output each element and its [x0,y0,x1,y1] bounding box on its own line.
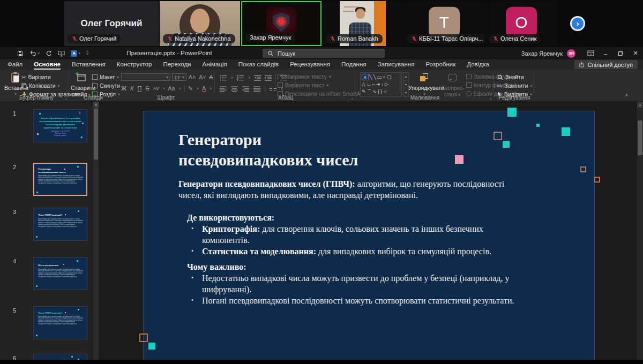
tab-file[interactable]: Файл [8,59,23,70]
tab-design[interactable]: Конструктор [117,59,152,70]
highlight-color-button[interactable]: ✎ [188,85,193,92]
font-size-combo[interactable]: 12˅ [172,73,186,81]
customize-qat-button[interactable]: ˅ [86,51,88,56]
tab-recording[interactable]: Записування [378,59,415,70]
minimize-button[interactable]: – [598,47,613,59]
scroll-up-icon: ▲ [637,102,643,108]
decor-square-teal [148,343,155,350]
slide-editing-surface[interactable]: Генератори псевдовипадкових чисел Генера… [143,111,595,360]
ribbon-display-options-button[interactable] [583,47,598,59]
find-button[interactable]: Знайти [497,73,524,81]
strikethrough-button[interactable]: S [145,85,149,92]
tab-view[interactable]: Подання [341,59,366,70]
tab-transitions[interactable]: Переходи [163,59,191,70]
arrange-button[interactable]: Упорядкувати ˅ [408,72,440,97]
align-center-button[interactable] [231,86,238,92]
font-color-button[interactable]: А [202,85,206,92]
participant-tile-roman[interactable]: Roman Banakh [323,1,403,46]
participant-name-text: Олег Горячий [79,35,116,42]
thumbnail-slide-1[interactable]: Аналіз ефективності генераторів псевдови… [33,109,87,142]
scroll-thumb[interactable] [94,109,98,160]
ribbon-tab-bar: Файл Основне Вставлення Конструктор Пере… [0,59,643,70]
tab-home-selected[interactable]: Основне [34,59,61,70]
participant-tile-kbbi-taras[interactable]: T КББІ-11 Тарас Оліярч... [404,1,484,46]
thumbnail-slide-2-selected[interactable]: Генераторипсевдовипадкових чисел Криптог… [33,163,87,196]
canvas-scroll-bar[interactable]: ▲ [637,102,643,360]
scroll-thumb[interactable] [638,120,642,155]
drawing-dialog-launcher[interactable]: ⌟ [489,95,491,100]
font-name-combo[interactable]: ˅ [121,73,170,81]
tab-help[interactable]: Довідка [467,59,489,70]
tab-animations[interactable]: Анімація [203,59,227,70]
next-participants-page-button[interactable]: › [570,16,585,31]
titlebar-right-controls: Захар Яремчук ЗЯ – ✕ [521,47,643,59]
tab-review[interactable]: Рецензування [290,59,330,70]
paragraph-dialog-launcher[interactable]: ⌟ [351,95,353,100]
numbering-button[interactable] [237,75,244,81]
cut-button[interactable]: ✂Вирізати [21,73,51,81]
reset-icon [92,83,98,88]
text-direction-button[interactable]: Напрямок тексту˅ [278,73,331,80]
redo-button[interactable] [46,50,52,57]
font-size-buttons: A˄ A˅ A [189,73,213,81]
close-button[interactable]: ✕ [628,47,643,59]
participant-tile-nataliya[interactable]: Nataliya Nakonechna [160,1,240,46]
save-button[interactable] [17,50,24,57]
participant-tile-olena[interactable]: O Олена Сеник [485,1,557,46]
shape-fill-icon [466,74,472,79]
underline-button[interactable]: П [137,85,141,92]
bullets-button[interactable] [220,75,227,81]
copy-button[interactable]: Копіювати˅ [21,82,60,89]
participant-display-name: Олег Горячий [64,18,159,29]
font-tool-button[interactable]: A˅ [71,50,80,57]
shrink-font-button[interactable]: A˅ [199,74,206,80]
decor-square-teal [507,108,517,117]
reset-button[interactable]: Скинути [92,82,120,89]
decor-square-outline [494,132,502,140]
participant-tile-zakhar-active-speaker[interactable]: ✺ Захар Яремчук [241,1,322,46]
decor-square-pink [455,155,463,164]
clipboard-dialog-launcher[interactable]: ⌟ [65,95,67,100]
participant-name-text: Захар Яремчук [250,34,291,41]
bullet-item: • Недостатньо випадкові числа можуть при… [187,272,554,295]
group-label-slides: Слайди [71,95,116,101]
italic-button[interactable]: К [130,85,133,92]
clear-formatting-button[interactable]: A [209,74,213,80]
share-button[interactable]: Спільний доступ [574,60,638,69]
collapse-ribbon-button[interactable]: ˄ [625,93,628,98]
account-avatar[interactable]: ЗЯ [567,49,575,58]
undo-button[interactable]: ˅ [29,50,40,56]
tab-slideshow[interactable]: Показ слайдів [238,59,279,70]
columns-button[interactable] [270,86,276,92]
increase-indent-button[interactable] [265,75,272,81]
start-slideshow-button[interactable] [58,50,65,57]
search-placeholder: Пошук [278,50,295,57]
change-case-button[interactable]: Aa [168,85,175,92]
search-input[interactable]: Пошук [263,49,385,58]
tab-developer[interactable]: Розробник [425,59,455,70]
layout-button[interactable]: Макет˅ [92,73,119,81]
meeting-participants-strip: Олег Горячий Олег Горячий Nataliya Nakon… [0,0,643,47]
participant-name-text: Nataliya Nakonechna [175,35,231,42]
text-box-shape-selected[interactable]: A [362,74,369,80]
tab-insert[interactable]: Вставлення [72,59,106,70]
align-right-button[interactable] [242,86,249,92]
replace-button[interactable]: abЗамінити˅ [497,82,533,89]
align-left-button[interactable] [220,86,227,92]
participant-label: Nataliya Nakonechna [163,34,235,43]
thumbnail-scroll-bar[interactable]: ▲ [93,102,99,360]
justify-button[interactable] [253,86,260,92]
arrange-icon [408,72,440,84]
thumbnail-slide-6[interactable] [33,354,87,360]
restore-button[interactable] [613,47,628,59]
participant-tile-oleg[interactable]: Олег Горячий Олег Горячий [64,1,159,46]
character-spacing-button[interactable]: AV [153,86,159,91]
shapes-gallery[interactable]: A╲╲▭○▢ △∟⌐➔↓▷ ✎⌒∿{}☆ [360,72,402,97]
thumbnail-slide-3[interactable]: Чому ГПВЧ важливі? Криптографія: для ств… [33,208,87,241]
decrease-indent-button[interactable] [254,75,261,81]
grow-font-button[interactable]: A˄ [189,74,196,80]
align-text-button[interactable]: Вирівняти текст˅ [278,81,328,89]
thumbnail-slide-5[interactable]: Чому ГПВЧ важливі? Криптографія: для ств… [33,306,87,339]
bold-button[interactable]: Ж [121,85,126,92]
thumbnail-slide-4[interactable]: Мета дослідження Криптографія: для створ… [33,257,87,290]
